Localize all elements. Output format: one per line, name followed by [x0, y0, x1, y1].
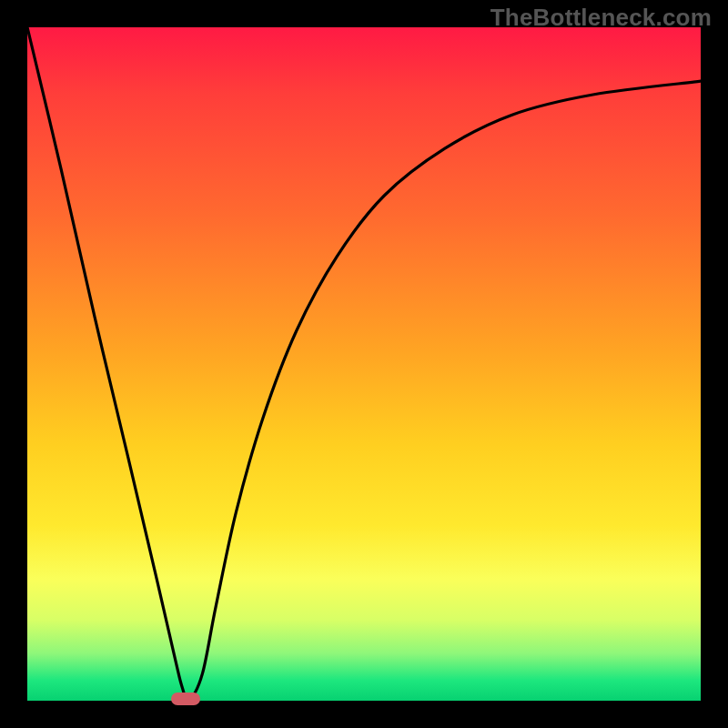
- bottleneck-curve: [27, 27, 701, 701]
- chart-frame: TheBottleneck.com: [0, 0, 728, 728]
- watermark-text: TheBottleneck.com: [490, 4, 712, 32]
- curve-layer: [27, 27, 701, 701]
- plot-outer: [27, 27, 701, 701]
- minimum-marker: [171, 693, 200, 705]
